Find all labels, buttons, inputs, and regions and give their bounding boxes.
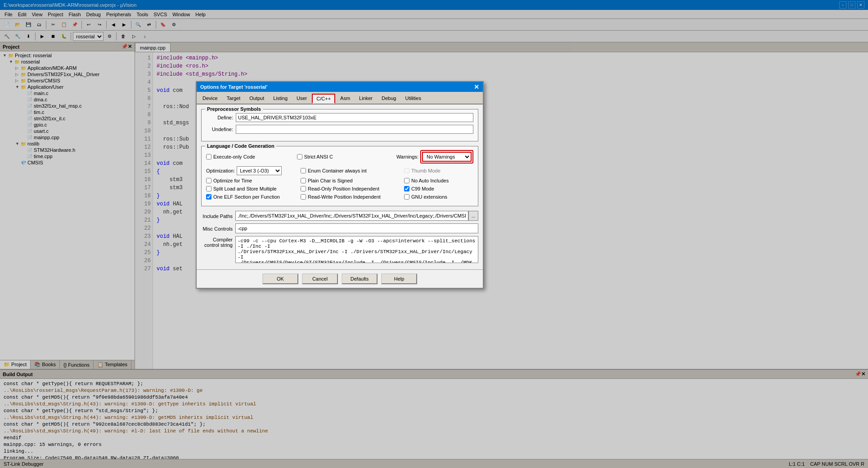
dialog-tab-device[interactable]: Device: [198, 94, 222, 104]
execute-only-label: Execute-only Code: [213, 154, 255, 159]
dialog-tab-asm[interactable]: Asm: [336, 94, 354, 104]
dialog-tab-target[interactable]: Target: [223, 94, 245, 104]
optimize-time-checkbox[interactable]: [206, 178, 211, 183]
options-dialog: Options for Target 'rosserial' ✕ Device …: [196, 81, 484, 289]
read-only-pos-cb: Read-Only Position Independent: [301, 186, 400, 191]
gnu-ext-checkbox[interactable]: [404, 194, 409, 200]
lang-row-1: Execute-only Code Strict ANSI C Warnings…: [206, 150, 473, 164]
dialog-content: Preprocessor Symbols Define: Undefine: L…: [197, 105, 483, 269]
dialog-close-button[interactable]: ✕: [474, 83, 479, 91]
no-auto-includes-label: No Auto Includes: [411, 178, 449, 183]
lang-row-3: Optimize for Time Plain Char is Signed N…: [206, 178, 473, 183]
dialog-tabs: Device Target Output Listing User C/C++ …: [197, 92, 483, 105]
define-input[interactable]: [236, 113, 473, 122]
warnings-label: Warnings:: [396, 154, 418, 159]
dialog-titlebar: Options for Target 'rosserial' ✕: [197, 82, 483, 92]
include-paths-browse-btn[interactable]: ...: [468, 211, 478, 221]
optimize-time-label: Optimize for Time: [213, 178, 252, 183]
one-elf-cb: One ELF Section per Function: [206, 194, 296, 200]
enum-container-checkbox[interactable]: [301, 168, 306, 173]
one-elf-checkbox[interactable]: [206, 194, 211, 200]
compiler-string-label: Compiler control string: [201, 236, 233, 248]
c99-mode-checkbox[interactable]: [404, 186, 409, 191]
dialog-tab-cpp[interactable]: C/C++: [312, 94, 335, 104]
read-write-pos-label: Read-Write Position Independent: [308, 194, 381, 200]
undefine-input[interactable]: [236, 125, 473, 134]
lang-row-5: One ELF Section per Function Read-Write …: [206, 194, 473, 200]
plain-char-checkbox[interactable]: [301, 178, 306, 183]
execute-only-cb: Execute-only Code: [206, 154, 292, 159]
split-load-label: Split Load and Store Multiple: [213, 186, 277, 191]
warnings-combo-outline: No Warnings All Warnings: [420, 150, 473, 164]
split-load-cb: Split Load and Store Multiple: [206, 186, 296, 191]
defaults-button[interactable]: Defaults: [342, 273, 378, 284]
compiler-string-text: -c99 -c --cpu Cortex-M3 -D__MICROLIB -g …: [238, 238, 475, 263]
no-auto-includes-checkbox[interactable]: [404, 178, 409, 183]
enum-container-cb: Enum Container always int: [301, 168, 400, 173]
warnings-select[interactable]: No Warnings All Warnings: [422, 152, 472, 162]
thumb-mode-cb: Thumb Mode: [404, 168, 441, 173]
read-write-pos-checkbox[interactable]: [301, 194, 306, 200]
undefine-row: Undefine:: [206, 125, 473, 134]
enum-container-label: Enum Container always int: [308, 168, 367, 173]
thumb-mode-checkbox[interactable]: [404, 168, 409, 173]
read-only-pos-checkbox[interactable]: [301, 186, 306, 191]
language-label: Language / Code Generation: [205, 143, 276, 149]
preprocessor-label: Preprocessor Symbols: [205, 106, 263, 112]
c99-mode-label: C99 Mode: [411, 186, 434, 191]
dialog-tab-utilities[interactable]: Utilities: [401, 94, 425, 104]
strict-ansi-checkbox[interactable]: [297, 154, 302, 159]
gnu-ext-label: GNU extensions: [411, 194, 447, 200]
dialog-buttons: OK Cancel Defaults Help: [197, 269, 483, 288]
dialog-tab-user[interactable]: User: [292, 94, 311, 104]
define-row: Define:: [206, 113, 473, 122]
misc-controls-label: Misc Controls: [201, 225, 233, 232]
compiler-string-row: Compiler control string -c99 -c --cpu Co…: [201, 236, 478, 263]
plain-char-cb: Plain Char is Signed: [301, 178, 400, 183]
dialog-tab-listing[interactable]: Listing: [269, 94, 292, 104]
include-paths-input[interactable]: [235, 211, 468, 221]
strict-ansi-label: Strict ANSI C: [304, 154, 333, 159]
include-paths-row: Include Paths ...: [201, 211, 478, 221]
misc-controls-row: Misc Controls: [201, 223, 478, 233]
cancel-button[interactable]: Cancel: [302, 273, 338, 284]
preprocessor-section: Preprocessor Symbols Define: Undefine:: [201, 109, 478, 141]
dialog-tab-debug[interactable]: Debug: [378, 94, 400, 104]
optimization-label: Optimization:: [206, 168, 235, 173]
define-label: Define:: [206, 115, 233, 120]
strict-ansi-cb: Strict ANSI C: [297, 154, 392, 159]
split-load-checkbox[interactable]: [206, 186, 211, 191]
ok-button[interactable]: OK: [262, 273, 298, 284]
dialog-tab-linker[interactable]: Linker: [355, 94, 377, 104]
read-write-pos-cb: Read-Write Position Independent: [301, 194, 400, 200]
dialog-overlay: Options for Target 'rosserial' ✕ Device …: [0, 0, 868, 468]
plain-char-label: Plain Char is Signed: [308, 178, 353, 183]
optimization-select[interactable]: Level 3 (-O3) Level 0 (-O0) Level 1 (-O1…: [237, 166, 282, 175]
gnu-ext-cb: GNU extensions: [404, 194, 447, 200]
execute-only-checkbox[interactable]: [206, 154, 211, 159]
dialog-tab-output[interactable]: Output: [245, 94, 268, 104]
thumb-mode-label: Thumb Mode: [411, 168, 441, 173]
optimization-group: Optimization: Level 3 (-O3) Level 0 (-O0…: [206, 166, 296, 175]
one-elf-label: One ELF Section per Function: [213, 194, 280, 200]
warnings-group: Warnings: No Warnings All Warnings: [396, 150, 473, 164]
no-auto-includes-cb: No Auto Includes: [404, 178, 449, 183]
include-paths-label: Include Paths: [201, 213, 233, 219]
misc-controls-input[interactable]: [235, 223, 478, 233]
language-section: Language / Code Generation Execute-only …: [201, 146, 478, 206]
help-button[interactable]: Help: [381, 273, 417, 284]
lang-row-4: Split Load and Store Multiple Read-Only …: [206, 186, 473, 191]
dialog-title: Options for Target 'rosserial': [200, 84, 267, 90]
read-only-pos-label: Read-Only Position Independent: [308, 186, 379, 191]
c99-mode-cb: C99 Mode: [404, 186, 434, 191]
lang-row-2: Optimization: Level 3 (-O3) Level 0 (-O0…: [206, 166, 473, 175]
compiler-string-content[interactable]: -c99 -c --cpu Cortex-M3 -D__MICROLIB -g …: [235, 236, 478, 263]
optimize-time-cb: Optimize for Time: [206, 178, 296, 183]
undefine-label: Undefine:: [206, 127, 233, 132]
